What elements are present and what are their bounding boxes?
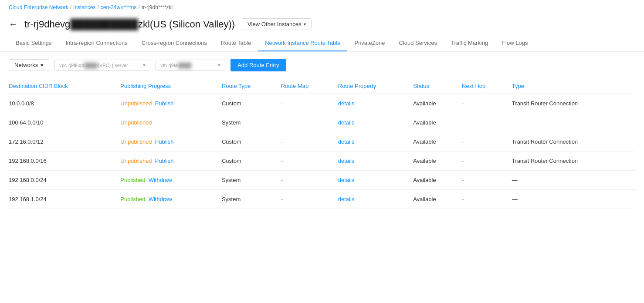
- cell-route-property: details: [338, 94, 413, 113]
- publishing-status: Published: [120, 196, 145, 202]
- cell-progress: Unpublished Publish: [120, 132, 222, 152]
- cell-destination: 100.64.0.0/10: [9, 113, 120, 132]
- cell-next-hop: -: [462, 152, 512, 171]
- back-arrow-icon[interactable]: ←: [9, 19, 17, 29]
- publish-link[interactable]: Publish: [153, 138, 173, 145]
- cell-route-map: -: [281, 113, 338, 132]
- cell-route-type: System: [222, 190, 281, 209]
- cell-destination: 172.16.0.0/12: [9, 132, 120, 152]
- cell-route-map: -: [281, 94, 338, 113]
- route-table: Destination CIDR Block Publishing Progre…: [9, 78, 635, 209]
- tab-route-table[interactable]: Route Table: [214, 35, 258, 51]
- cell-route-type: Custom: [222, 132, 281, 152]
- tab-flow-logs[interactable]: Flow Logs: [495, 35, 535, 51]
- tab-cloud-services[interactable]: Cloud Services: [392, 35, 444, 51]
- publishing-status: Published: [120, 177, 145, 183]
- publishing-status: Unpublished: [120, 119, 152, 126]
- add-route-entry-button[interactable]: Add Route Entry: [230, 59, 286, 71]
- cell-destination: 192.168.1.0/24: [9, 190, 120, 209]
- table-row: 172.16.0.0/12 Unpublished Publish Custom…: [9, 132, 635, 152]
- view-other-instances-button[interactable]: View Other Instances ▾: [242, 18, 312, 30]
- withdraw-link[interactable]: Withdraw: [147, 196, 172, 202]
- cell-progress: Published Withdraw: [120, 190, 222, 209]
- cell-route-property: details: [338, 132, 413, 152]
- chevron-down-icon: ▾: [304, 22, 306, 27]
- publish-link[interactable]: Publish: [153, 100, 173, 107]
- cell-status: Available: [413, 94, 462, 113]
- details-link[interactable]: details: [338, 100, 355, 107]
- cell-destination: 192.168.0.0/16: [9, 152, 120, 171]
- tab-basic-settings[interactable]: Basic Settings: [9, 35, 58, 51]
- publishing-status: Unpublished: [120, 158, 152, 164]
- details-link[interactable]: details: [338, 158, 355, 164]
- table-header-row: Destination CIDR Block Publishing Progre…: [9, 78, 635, 94]
- col-route-map: Route Map: [281, 78, 338, 94]
- cell-next-hop: -: [462, 171, 512, 190]
- cell-progress: Published Withdraw: [120, 171, 222, 190]
- col-destination: Destination CIDR Block: [9, 78, 120, 94]
- cell-destination: 10.0.0.0/8: [9, 94, 120, 113]
- table-row: 192.168.0.0/24 Published Withdraw System…: [9, 171, 635, 190]
- cell-type: Transit Router Connection: [512, 152, 635, 171]
- cell-route-property: details: [338, 171, 413, 190]
- breadcrumb-cen[interactable]: cen-34wx****ns: [101, 4, 137, 10]
- breadcrumb-sep-3: /: [139, 4, 140, 10]
- tab-network-instance-route-table[interactable]: Network Instance Route Table: [258, 35, 347, 51]
- cell-route-property: details: [338, 113, 413, 132]
- breadcrumb-current: tr-rj9dh****zkl: [142, 4, 173, 10]
- vpc-selector[interactable]: vpc-rj9fi6qb████(VPC) | server ▾: [54, 60, 150, 71]
- cell-route-property: details: [338, 190, 413, 209]
- details-link[interactable]: details: [338, 196, 355, 202]
- publishing-status: Unpublished: [120, 138, 152, 145]
- col-next-hop: Next Hop: [462, 78, 512, 94]
- breadcrumb-instances[interactable]: Instances: [73, 4, 95, 10]
- col-type: Type: [512, 78, 635, 94]
- vpc-value: vpc-rj9fi6qb████(VPC) | server: [59, 63, 128, 68]
- cell-route-type: Custom: [222, 94, 281, 113]
- tab-cross-region[interactable]: Cross-region Connections: [135, 35, 214, 51]
- cell-next-hop: -: [462, 132, 512, 152]
- tab-intra-region[interactable]: Intra-region Connections: [58, 35, 134, 51]
- table-row: 192.168.0.0/16 Unpublished Publish Custo…: [9, 152, 635, 171]
- cell-next-hop: -: [462, 94, 512, 113]
- breadcrumb-sep-1: /: [70, 4, 71, 10]
- cell-route-property: details: [338, 152, 413, 171]
- cell-status: Available: [413, 190, 462, 209]
- tabs-container: Basic Settings Intra-region Connections …: [0, 35, 644, 52]
- cell-status: Available: [413, 132, 462, 152]
- cell-type: Transit Router Connection: [512, 94, 635, 113]
- cell-destination: 192.168.0.0/24: [9, 171, 120, 190]
- withdraw-link[interactable]: Withdraw: [147, 177, 172, 183]
- table-row: 100.64.0.0/10 Unpublished System - detai…: [9, 113, 635, 132]
- details-link[interactable]: details: [338, 138, 355, 145]
- cell-route-type: System: [222, 171, 281, 190]
- cell-type: —: [512, 113, 635, 132]
- details-link[interactable]: details: [338, 177, 355, 183]
- col-progress: Publishing Progress: [120, 78, 222, 94]
- cell-progress: Unpublished Publish: [120, 152, 222, 171]
- toolbar: Networks ▾ vpc-rj9fi6qb████(VPC) | serve…: [0, 52, 644, 78]
- cell-status: Available: [413, 152, 462, 171]
- cell-route-map: -: [281, 190, 338, 209]
- details-link[interactable]: details: [338, 119, 355, 126]
- breadcrumb-cloud-enterprise[interactable]: Cloud Enterprise Network: [9, 4, 68, 10]
- cell-type: —: [512, 171, 635, 190]
- vtb-selector[interactable]: vtb-rj9fa████ ▾: [156, 60, 225, 71]
- view-other-label: View Other Instances: [247, 21, 301, 27]
- cell-next-hop: -: [462, 190, 512, 209]
- tab-privatezone[interactable]: PrivateZone: [347, 35, 392, 51]
- tab-traffic-marking[interactable]: Traffic Marking: [444, 35, 495, 51]
- col-route-type: Route Type: [222, 78, 281, 94]
- cell-status: Available: [413, 113, 462, 132]
- breadcrumb: Cloud Enterprise Network / Instances / c…: [0, 0, 644, 15]
- networks-dropdown[interactable]: Networks ▾: [9, 59, 49, 71]
- publishing-status: Unpublished: [120, 100, 152, 107]
- page-header: ← tr-rj9dhevg██████████zkl(US (Silicon V…: [0, 15, 644, 35]
- publish-link[interactable]: Publish: [153, 158, 173, 164]
- cell-next-hop: -: [462, 113, 512, 132]
- vtb-value: vtb-rj9fa████: [160, 63, 191, 68]
- breadcrumb-sep-2: /: [97, 4, 98, 10]
- cell-route-map: -: [281, 132, 338, 152]
- cell-route-map: -: [281, 152, 338, 171]
- cell-progress: Unpublished: [120, 113, 222, 132]
